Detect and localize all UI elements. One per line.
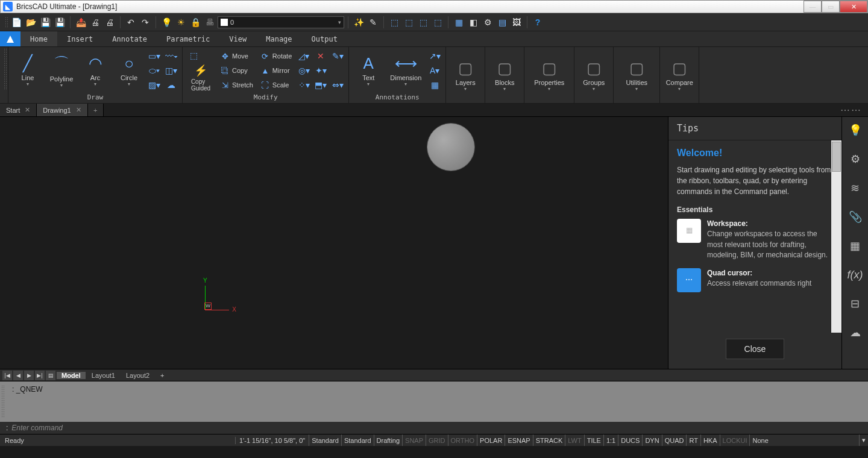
toggle-snap[interactable]: SNAP bbox=[402, 434, 426, 446]
close-icon[interactable]: ✕ bbox=[76, 106, 81, 114]
tab-drawing[interactable]: Drawing1✕ bbox=[37, 104, 87, 116]
toggle-lockui[interactable]: LOCKUI bbox=[720, 434, 750, 446]
toggle-polar[interactable]: POLAR bbox=[477, 434, 505, 446]
next-button[interactable]: ▶ bbox=[24, 371, 34, 380]
layers-button[interactable]: ▢Layers▾ bbox=[450, 54, 481, 97]
prev-button[interactable]: ◀ bbox=[13, 371, 23, 380]
menu-annotate[interactable]: Annotate bbox=[102, 31, 157, 46]
image-icon[interactable]: 🖼 bbox=[510, 16, 523, 29]
line-button[interactable]: ╱Line▾ bbox=[12, 49, 43, 92]
new-tab-button[interactable]: + bbox=[88, 104, 104, 116]
maximize-button[interactable]: ▭ bbox=[822, 1, 840, 13]
align-icon[interactable]: ⬚ bbox=[388, 16, 401, 29]
erase-button[interactable]: ✕ bbox=[313, 49, 328, 63]
first-button[interactable]: |◀ bbox=[2, 371, 12, 380]
saveall-button[interactable]: 💾 bbox=[53, 16, 66, 29]
toggle-rt[interactable]: RT bbox=[686, 434, 700, 446]
export-button[interactable]: 📤 bbox=[74, 16, 87, 29]
text-button[interactable]: AText▾ bbox=[353, 49, 384, 92]
scrollbar[interactable] bbox=[831, 140, 841, 333]
list-button[interactable]: ▤ bbox=[46, 371, 55, 380]
toggle-lwt[interactable]: LWT bbox=[565, 434, 583, 446]
scale-button[interactable]: ⛶Scale bbox=[258, 78, 294, 92]
wand-icon[interactable]: ✨ bbox=[352, 16, 365, 29]
app-logo[interactable] bbox=[0, 31, 20, 46]
trim-button[interactable]: ⬚ bbox=[186, 49, 201, 62]
toggle-quad[interactable]: QUAD bbox=[662, 434, 687, 446]
printer-icon[interactable]: 🖶 bbox=[203, 16, 216, 29]
status-draft[interactable]: Drafting bbox=[374, 434, 403, 446]
menu-view[interactable]: View bbox=[219, 31, 256, 46]
extend-button[interactable]: ✎▾ bbox=[330, 49, 345, 63]
rect-button[interactable]: ▭▾ bbox=[147, 49, 162, 63]
properties-button[interactable]: ▢Properties▾ bbox=[528, 54, 570, 97]
toggle-tile[interactable]: TILE bbox=[584, 434, 603, 446]
print-button[interactable]: 🖨 bbox=[89, 16, 102, 29]
tips-icon[interactable]: 💡 bbox=[847, 122, 864, 139]
save-button[interactable]: 💾 bbox=[39, 16, 52, 29]
add-layout-button[interactable]: + bbox=[156, 372, 169, 379]
drawing-canvas[interactable]: W bbox=[0, 117, 668, 369]
utilities-button[interactable]: ▢Utilities▾ bbox=[617, 54, 656, 97]
region-button[interactable]: ◫▾ bbox=[164, 64, 178, 77]
align2-icon[interactable]: ⬚ bbox=[402, 16, 415, 29]
join-button[interactable]: ⬒▾ bbox=[313, 78, 328, 92]
last-button[interactable]: ▶| bbox=[35, 371, 45, 380]
bulb-icon[interactable]: 💡 bbox=[160, 16, 173, 29]
close-button[interactable]: ✕ bbox=[840, 1, 867, 13]
sun-icon[interactable]: ☀ bbox=[174, 16, 187, 29]
toggle-ducs[interactable]: DUCS bbox=[618, 434, 642, 446]
hatch-button[interactable]: ▨▾ bbox=[147, 78, 162, 92]
polyline-button[interactable]: ⌒Polyline▾ bbox=[46, 49, 77, 92]
tips-close-button[interactable]: Close bbox=[726, 339, 785, 359]
mleader-button[interactable]: A▾ bbox=[427, 64, 442, 77]
toggle-dyn[interactable]: DYN bbox=[642, 434, 661, 446]
tab-start[interactable]: Start✕ bbox=[0, 104, 37, 116]
table-icon[interactable]: ▦ bbox=[452, 16, 465, 29]
eraser-icon[interactable]: ◧ bbox=[467, 16, 480, 29]
close-icon[interactable]: ✕ bbox=[25, 106, 30, 114]
tab-overflow-button[interactable]: ⋯⋯ bbox=[834, 104, 868, 116]
break-button[interactable] bbox=[330, 64, 345, 77]
toggle-ortho[interactable]: ORTHO bbox=[448, 434, 477, 446]
status-menu-button[interactable]: ▾ bbox=[859, 434, 868, 446]
mirror-button[interactable]: ▲Mirror bbox=[258, 64, 294, 77]
toggle-hka[interactable]: HKA bbox=[700, 434, 720, 446]
leader-button[interactable]: ↗▾ bbox=[427, 49, 442, 63]
align3-icon[interactable]: ⬚ bbox=[417, 16, 430, 29]
rotate-button[interactable]: ⟳Rotate bbox=[258, 49, 294, 63]
menu-parametric[interactable]: Parametric bbox=[157, 31, 219, 46]
layers-icon[interactable]: ≋ bbox=[847, 180, 864, 196]
copy-button[interactable]: ⿻Copy bbox=[218, 64, 256, 77]
undo-button[interactable]: ↶ bbox=[124, 16, 137, 29]
move-button[interactable]: ✥Move bbox=[218, 49, 256, 63]
menu-output[interactable]: Output bbox=[302, 31, 347, 46]
structure-icon[interactable]: ⊟ bbox=[847, 295, 864, 312]
attach-icon[interactable]: 📎 bbox=[847, 209, 864, 225]
menu-home[interactable]: Home bbox=[20, 31, 57, 46]
offset-button[interactable]: ◎▾ bbox=[297, 64, 311, 77]
pencil-icon[interactable]: ✎ bbox=[366, 16, 380, 29]
chamfer-button[interactable]: ⇔▾ bbox=[330, 78, 345, 92]
help-button[interactable]: ? bbox=[531, 16, 544, 29]
layout1-tab[interactable]: Layout1 bbox=[87, 372, 120, 379]
grid-icon[interactable]: ▦ bbox=[847, 237, 864, 254]
ellipse-button[interactable]: ⬭▾ bbox=[147, 64, 162, 77]
fx-icon[interactable]: f(x) bbox=[847, 266, 864, 283]
status-std1[interactable]: Standard bbox=[309, 434, 341, 446]
dimension-button[interactable]: ⟷Dimension▾ bbox=[386, 49, 425, 92]
toggle-strack[interactable]: STRACK bbox=[533, 434, 565, 446]
array-button[interactable]: ⁘▾ bbox=[297, 78, 311, 92]
lock-icon[interactable]: 🔒 bbox=[189, 16, 202, 29]
revcloud-button[interactable]: ☁ bbox=[164, 78, 178, 92]
toggle-1:1[interactable]: 1:1 bbox=[603, 434, 618, 446]
toggle-grid[interactable]: GRID bbox=[426, 434, 448, 446]
redo-button[interactable]: ↷ bbox=[139, 16, 152, 29]
status-std2[interactable]: Standard bbox=[341, 434, 374, 446]
new-button[interactable]: 📄 bbox=[10, 16, 23, 29]
explode-button[interactable]: ✦▾ bbox=[313, 64, 328, 77]
groups-button[interactable]: ▢Groups▾ bbox=[578, 54, 609, 97]
toggle-esnap[interactable]: ESNAP bbox=[505, 434, 532, 446]
spline-button[interactable]: 〰▾ bbox=[164, 49, 178, 63]
compare-button[interactable]: ▢Compare▾ bbox=[664, 54, 695, 97]
